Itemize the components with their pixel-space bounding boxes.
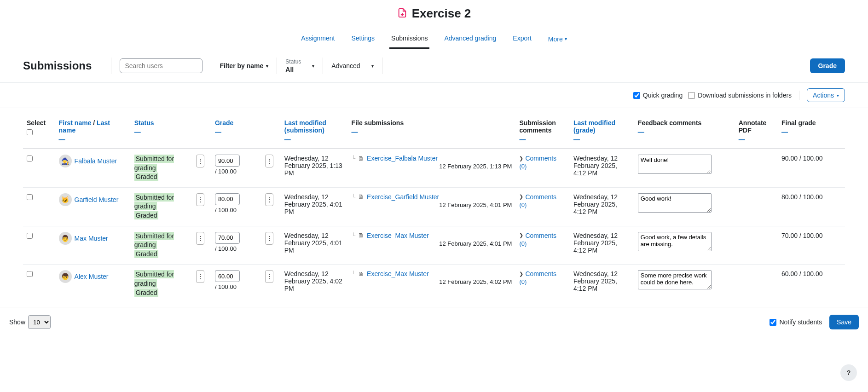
notify-students-toggle[interactable]: Notify students	[770, 318, 822, 326]
collapse-col-final[interactable]: —	[781, 128, 841, 136]
file-date: 12 February 2025, 4:01 PM	[352, 240, 512, 247]
row-actions-menu[interactable]: ⋮	[196, 270, 204, 283]
download-in-folders-toggle[interactable]: Download submissions in folders	[688, 92, 792, 99]
col-final-grade-header: Final grade	[781, 119, 816, 127]
row-actions-menu[interactable]: ⋮	[196, 155, 204, 167]
comments-count[interactable]: (0)	[519, 278, 566, 285]
sort-last-modified-submission[interactable]: Last modified (submission)	[284, 119, 326, 134]
grade-actions-menu[interactable]: ⋮	[265, 155, 273, 167]
user-name-link[interactable]: Max Muster	[75, 235, 108, 242]
notify-students-label: Notify students	[779, 318, 822, 326]
select-row-checkbox[interactable]	[27, 271, 33, 277]
tab-settings[interactable]: Settings	[349, 30, 376, 49]
grade-max: / 100.00	[215, 168, 258, 175]
grade-button[interactable]: Grade	[810, 58, 845, 73]
collapse-col-lastsub[interactable]: —	[284, 136, 344, 143]
collapse-col-grade[interactable]: —	[215, 128, 258, 136]
sort-status[interactable]: Status	[134, 119, 154, 127]
collapse-col-feedback[interactable]: —	[638, 128, 731, 136]
comments-link[interactable]: Comments	[525, 155, 556, 162]
notify-students-checkbox[interactable]	[770, 319, 776, 326]
collapse-col-name[interactable]: —	[59, 136, 127, 143]
sort-first-name[interactable]: First name	[59, 119, 92, 127]
row-actions-menu[interactable]: ⋮	[196, 232, 204, 245]
download-in-folders-checkbox[interactable]	[688, 92, 695, 99]
tab-advgrading[interactable]: Advanced grading	[442, 30, 498, 49]
comments-toggle[interactable]: ❯Comments	[519, 270, 566, 277]
status-filter-dropdown[interactable]: Status All ▾	[285, 58, 314, 73]
grade-input[interactable]	[215, 270, 240, 282]
collapse-col-comments[interactable]: —	[519, 136, 566, 143]
file-icon: 🗎	[358, 155, 364, 162]
grade-input[interactable]	[215, 155, 240, 167]
search-users-input[interactable]	[120, 58, 203, 73]
user-name-link[interactable]: Garfield Muster	[75, 196, 119, 203]
annotate-pdf-cell	[735, 187, 778, 226]
assignment-icon	[397, 8, 407, 19]
avatar: 👨	[59, 232, 72, 245]
comments-link[interactable]: Comments	[525, 270, 556, 277]
sort-last-modified-grade[interactable]: Last modified (grade)	[573, 119, 615, 134]
comments-link[interactable]: Comments	[525, 232, 556, 239]
filter-by-name-dropdown[interactable]: Filter by name ▾	[220, 62, 268, 69]
user-name-link[interactable]: Falbala Muster	[75, 157, 117, 165]
feedback-textarea[interactable]	[638, 270, 712, 289]
comments-count[interactable]: (0)	[519, 202, 566, 208]
tab-label: More	[548, 35, 563, 43]
col-file-submissions-header: File submissions	[352, 119, 404, 127]
select-row-checkbox[interactable]	[27, 194, 33, 200]
feedback-textarea[interactable]	[638, 155, 712, 174]
quick-grading-checkbox[interactable]	[633, 92, 640, 99]
tab-submissions[interactable]: Submissions	[389, 30, 429, 49]
select-row-checkbox[interactable]	[27, 156, 33, 161]
actions-dropdown[interactable]: Actions ▾	[807, 88, 845, 102]
comments-link[interactable]: Comments	[525, 193, 556, 201]
tab-export[interactable]: Export	[511, 30, 533, 49]
submission-file-link[interactable]: Exercise_Garfield Muster	[367, 193, 439, 201]
user-name-link[interactable]: Alex Muster	[75, 273, 109, 280]
sort-grade[interactable]: Grade	[215, 119, 233, 127]
grade-input[interactable]	[215, 193, 240, 205]
comments-count[interactable]: (0)	[519, 163, 566, 170]
divider	[382, 58, 382, 74]
col-feedback-header: Feedback comments	[638, 119, 702, 127]
file-date: 12 February 2025, 1:13 PM	[352, 163, 512, 170]
status-submitted-badge: Submitted for grading	[134, 155, 174, 172]
comments-toggle[interactable]: ❯Comments	[519, 155, 566, 162]
submission-file-link[interactable]: Exercise_Max Muster	[367, 232, 429, 239]
grade-actions-menu[interactable]: ⋮	[265, 193, 273, 206]
quick-grading-toggle[interactable]: Quick grading	[633, 92, 683, 99]
grade-input[interactable]	[215, 232, 240, 244]
grade-actions-menu[interactable]: ⋮	[265, 270, 273, 283]
collapse-col-status[interactable]: —	[134, 128, 189, 136]
comments-toggle[interactable]: ❯Comments	[519, 232, 566, 239]
avatar: 👦	[59, 270, 72, 283]
collapse-col-lastgrade[interactable]: —	[573, 136, 631, 143]
show-per-page-select[interactable]: 10	[28, 315, 51, 329]
file-date: 12 February 2025, 4:01 PM	[352, 202, 512, 208]
submissions-tbody: 🧙Falbala MusterSubmitted for gradingGrad…	[23, 149, 845, 303]
feedback-textarea[interactable]	[638, 193, 712, 213]
select-all-checkbox[interactable]	[27, 129, 33, 135]
advanced-filter-label: Advanced	[331, 62, 360, 69]
tab-assignment[interactable]: Assignment	[299, 30, 336, 49]
status-filter-value: All	[285, 66, 301, 73]
last-modified-submission: Wednesday, 12 February 2025, 4:02 PM	[281, 265, 348, 303]
comments-toggle[interactable]: ❯Comments	[519, 193, 566, 201]
collapse-col-annotate[interactable]: —	[739, 136, 774, 143]
comments-count[interactable]: (0)	[519, 240, 566, 247]
advanced-filter-dropdown[interactable]: Advanced ▾	[331, 62, 373, 69]
save-button[interactable]: Save	[829, 315, 859, 329]
row-actions-menu[interactable]: ⋮	[196, 193, 204, 206]
divider	[799, 91, 799, 100]
grade-max: / 100.00	[215, 283, 258, 290]
submission-file-link[interactable]: Exercise_Falbala Muster	[367, 155, 438, 162]
status-filter-label: Status	[285, 58, 301, 65]
final-grade: 90.00 / 100.00	[778, 149, 845, 188]
collapse-col-files[interactable]: —	[352, 128, 512, 136]
submission-file-link[interactable]: Exercise_Max Muster	[367, 270, 429, 277]
select-row-checkbox[interactable]	[27, 233, 33, 239]
tab-more[interactable]: More▾	[546, 30, 569, 49]
feedback-textarea[interactable]	[638, 232, 712, 251]
grade-actions-menu[interactable]: ⋮	[265, 232, 273, 245]
